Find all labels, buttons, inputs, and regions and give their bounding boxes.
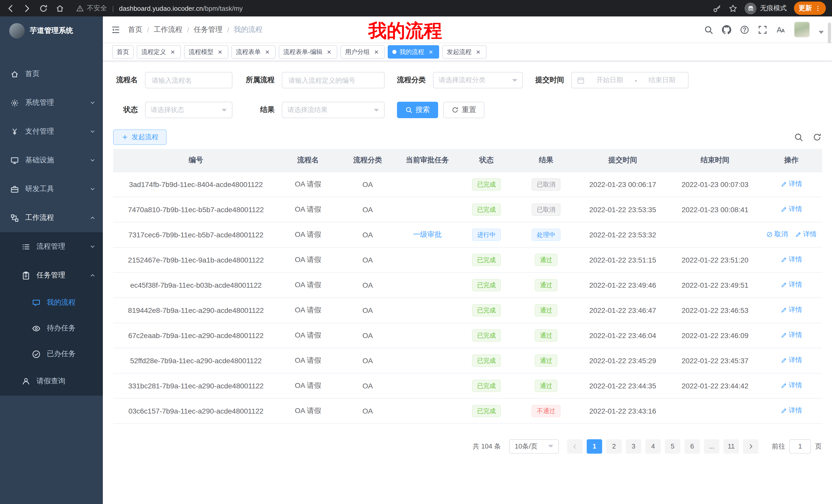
sidebar-item-infrastructure[interactable]: 基础设施: [0, 146, 103, 175]
font-size-icon[interactable]: [776, 25, 785, 34]
bookmark-star-icon[interactable]: [729, 4, 737, 12]
tab-home[interactable]: 首页: [112, 45, 134, 59]
sidebar-item-dev-tools[interactable]: 研发工具: [0, 175, 103, 203]
refresh-icon: [451, 106, 459, 114]
more-pages-button[interactable]: ...: [704, 439, 719, 453]
sidebar-item-payment-mgmt[interactable]: 支付管理: [0, 117, 103, 146]
tab-process-model[interactable]: 流程模型×: [184, 45, 228, 59]
detail-action[interactable]: 详情: [781, 381, 802, 390]
sidebar-item-workflow[interactable]: 工作流程: [0, 203, 103, 232]
tab-user-group[interactable]: 用户分组×: [340, 45, 385, 59]
cell-current-task: [398, 398, 457, 423]
breadcrumb-item[interactable]: 任务管理: [194, 25, 223, 34]
page-button-6[interactable]: 6: [684, 439, 700, 453]
cell-process-name: OA 请假: [279, 247, 337, 272]
tab-start-process[interactable]: 发起流程×: [442, 45, 487, 59]
page-button-5[interactable]: 5: [665, 439, 680, 453]
sidebar-item-todo-tasks[interactable]: 待办任务: [0, 315, 103, 341]
help-icon[interactable]: [740, 25, 749, 34]
sidebar-item-system-mgmt[interactable]: 系统管理: [0, 88, 103, 117]
cell-end-time: 2022-01-22 23:44:42: [670, 373, 760, 398]
detail-action[interactable]: 详情: [781, 205, 802, 214]
menu-fold-icon[interactable]: [111, 25, 120, 34]
refresh-table-icon[interactable]: [812, 133, 822, 142]
sidebar-item-home[interactable]: 首页: [0, 60, 103, 88]
end-date-placeholder: 结束日期: [641, 76, 683, 85]
process-name-input[interactable]: [145, 72, 232, 88]
update-button[interactable]: 更新: [794, 2, 826, 15]
sidebar-item-leave-query[interactable]: 请假查询: [0, 367, 103, 396]
prev-page-button[interactable]: [567, 439, 582, 453]
fullscreen-icon[interactable]: [758, 25, 767, 34]
address-bar[interactable]: 不安全 | dashboard.yudao.iocoder.cn/bpm/tas…: [76, 4, 713, 13]
status-select[interactable]: 请选择状态: [145, 102, 232, 118]
detail-action[interactable]: 详情: [781, 280, 802, 289]
browser-home-icon[interactable]: [55, 4, 64, 12]
close-icon[interactable]: ×: [475, 48, 482, 55]
sidebar-item-label: 首页: [25, 69, 40, 79]
page-size-select[interactable]: 10条/页: [509, 439, 559, 453]
sidebar-item-done-tasks[interactable]: 已办任务: [0, 341, 103, 367]
search-icon[interactable]: [704, 25, 713, 34]
breadcrumb-item[interactable]: 工作流程: [154, 25, 183, 34]
tab-process-form-edit[interactable]: 流程表单-编辑×: [279, 45, 337, 59]
sidebar-item-my-process[interactable]: 我的流程: [0, 290, 103, 315]
status-badge: 已取消: [532, 203, 561, 216]
current-task-link[interactable]: 一级审批: [413, 230, 442, 238]
sidebar: 芋道管理系统 首页系统管理支付管理基础设施研发工具工作流程流程管理任务管理我的流…: [0, 17, 103, 504]
close-icon[interactable]: ×: [373, 48, 380, 55]
search-toggle-icon[interactable]: [794, 133, 803, 142]
sidebar-item-task-mgmt[interactable]: 任务管理: [0, 261, 103, 290]
cell-submit-time: 2022-01-22 23:45:29: [576, 348, 670, 373]
list-icon: [22, 242, 30, 251]
page-content: 流程名 所属流程 流程分类 请选择流程分类: [103, 61, 832, 504]
start-date-placeholder: 开始日期: [589, 76, 631, 85]
create-process-button[interactable]: 发起流程: [113, 130, 166, 145]
tab-process-form[interactable]: 流程表单×: [231, 45, 276, 59]
cell-submit-time: 2022-01-22 23:53:35: [576, 197, 670, 222]
result-select[interactable]: 请选择流结果: [282, 102, 385, 118]
back-icon[interactable]: [6, 4, 15, 12]
breadcrumb-separator: /: [227, 25, 229, 34]
table-toolbar: 发起流程: [113, 130, 822, 145]
detail-action[interactable]: 详情: [781, 305, 802, 315]
detail-action[interactable]: 详情: [781, 255, 802, 264]
sidebar-item-label: 已办任务: [47, 349, 76, 359]
page-button-3[interactable]: 3: [626, 439, 641, 453]
caret-down-icon[interactable]: [818, 31, 824, 34]
page-button-1[interactable]: 1: [587, 439, 602, 453]
search-button[interactable]: 搜索: [397, 102, 438, 118]
tab-label: 流程模型: [189, 48, 213, 56]
submit-time-range-picker[interactable]: 开始日期 - 结束日期: [571, 72, 688, 88]
tab-process-definition[interactable]: 流程定义×: [137, 45, 181, 59]
reset-button[interactable]: 重置: [443, 102, 485, 118]
close-icon[interactable]: ×: [169, 48, 176, 55]
detail-action[interactable]: 详情: [795, 230, 816, 239]
close-icon[interactable]: ×: [326, 48, 333, 55]
reload-icon[interactable]: [39, 4, 48, 12]
forward-icon[interactable]: [23, 4, 31, 12]
detail-action[interactable]: 详情: [781, 331, 802, 340]
user-avatar[interactable]: [794, 22, 810, 37]
detail-action[interactable]: 详情: [781, 406, 802, 415]
detail-action[interactable]: 详情: [781, 356, 802, 365]
tab-my-process[interactable]: 我的流程×: [388, 45, 439, 59]
key-icon[interactable]: [713, 4, 722, 12]
sidebar-item-process-mgmt[interactable]: 流程管理: [0, 232, 103, 261]
close-icon[interactable]: ×: [427, 48, 435, 55]
cell-submit-time: 2022-01-22 23:49:46: [576, 272, 670, 298]
page-button-11[interactable]: 11: [724, 439, 739, 453]
page-button-2[interactable]: 2: [606, 439, 622, 453]
close-icon[interactable]: ×: [216, 48, 224, 55]
page-button-4[interactable]: 4: [645, 439, 661, 453]
cell-end-time: 2022-01-22 23:46:53: [670, 298, 760, 323]
detail-action[interactable]: 详情: [781, 179, 802, 189]
close-icon[interactable]: ×: [264, 48, 271, 55]
breadcrumb-item[interactable]: 首页: [128, 25, 142, 34]
cancel-action[interactable]: 取消: [766, 230, 788, 239]
goto-page-input[interactable]: [789, 439, 811, 453]
github-icon[interactable]: [722, 25, 731, 34]
next-page-button[interactable]: [743, 439, 758, 453]
process-definition-input[interactable]: [282, 72, 385, 88]
category-select[interactable]: 请选择流程分类: [433, 72, 523, 88]
